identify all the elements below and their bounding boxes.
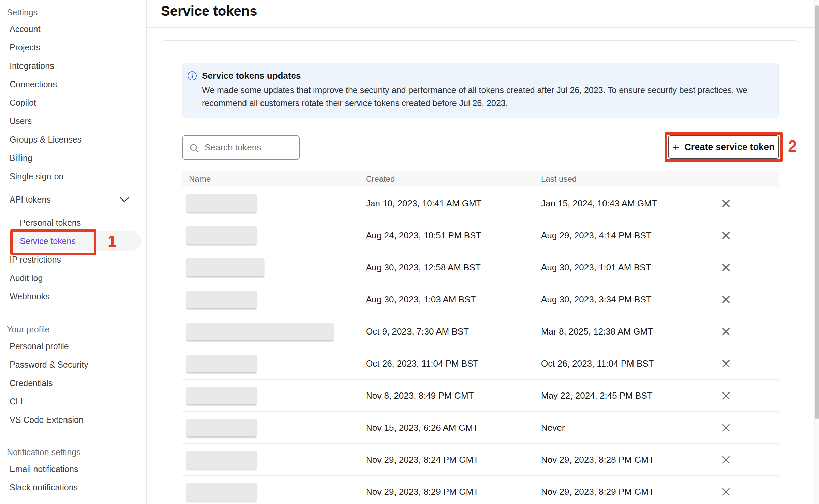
search-icon [190, 144, 199, 153]
created-cell: Aug 30, 2023, 1:03 AM BST [366, 294, 476, 305]
table-row: Nov 15, 2023, 6:26 AM GMT Never [182, 412, 779, 444]
sidebar-item-account[interactable]: Account [0, 20, 146, 38]
info-banner: i Service tokens updates We made some up… [182, 63, 779, 118]
sidebar-item-vs-code-extension[interactable]: VS Code Extension [0, 411, 146, 429]
created-cell: Jan 10, 2023, 10:41 AM GMT [366, 198, 482, 208]
delete-token-icon[interactable] [720, 486, 732, 498]
created-cell: Nov 8, 2023, 8:49 PM GMT [366, 390, 474, 401]
sidebar-item-users[interactable]: Users [0, 112, 146, 130]
service-tokens-card: i Service tokens updates We made some up… [161, 40, 799, 504]
table-row: Nov 29, 2023, 8:24 PM GMT Nov 29, 2023, … [182, 444, 779, 476]
last-used-cell: Never [541, 422, 565, 433]
redacted-token-name [186, 355, 257, 372]
sidebar-item-personal-profile[interactable]: Personal profile [0, 337, 146, 355]
page-title: Service tokens [161, 3, 257, 19]
annotation-number-2: 2 [788, 137, 797, 155]
banner-title: Service tokens updates [202, 70, 758, 81]
delete-token-icon[interactable] [720, 325, 732, 338]
table-row: Aug 24, 2023, 10:51 PM BST Aug 29, 2023,… [182, 219, 779, 251]
delete-token-icon[interactable] [720, 421, 732, 434]
last-used-cell: Mar 8, 2025, 12:38 AM GMT [541, 326, 653, 337]
create-service-token-label: Create service token [684, 142, 774, 152]
table-row: Oct 9, 2023, 7:30 AM BST Mar 8, 2025, 12… [182, 315, 779, 347]
last-used-cell: Nov 29, 2023, 8:28 PM GMT [541, 454, 654, 465]
sidebar-item-service-tokens-active[interactable]: Service tokens 1 [0, 232, 146, 250]
sidebar-item-integrations[interactable]: Integrations [0, 57, 146, 75]
last-used-cell: May 22, 2024, 2:45 PM BST [541, 390, 653, 401]
info-icon: i [188, 71, 197, 80]
created-cell: Oct 9, 2023, 7:30 AM BST [366, 326, 469, 337]
delete-token-icon[interactable] [720, 229, 732, 241]
sidebar-item-webhooks[interactable]: Webhooks [0, 287, 146, 306]
sidebar-item-service-tokens[interactable]: Service tokens [20, 236, 76, 246]
chevron-down-icon [119, 196, 130, 203]
column-header-created: Created [366, 174, 395, 184]
redacted-token-name [186, 194, 257, 212]
last-used-cell: Oct 26, 2023, 11:04 PM BST [541, 358, 654, 369]
sidebar-item-audit-log[interactable]: Audit log [0, 269, 146, 287]
sidebar-item-api-tokens-label: API tokens [10, 195, 51, 205]
table-row: Nov 29, 2023, 8:29 PM GMT Nov 29, 2023, … [182, 476, 779, 504]
annotation-number-1: 1 [108, 232, 117, 250]
sidebar-item-copilot[interactable]: Copilot [0, 93, 146, 112]
delete-token-icon[interactable] [720, 389, 732, 402]
last-used-cell: Aug 30, 2023, 3:34 PM BST [541, 294, 652, 305]
created-cell: Aug 30, 2023, 12:58 AM BST [366, 262, 481, 272]
sidebar-item-slack-notifications[interactable]: Slack notifications [0, 478, 146, 496]
search-box[interactable] [182, 135, 300, 160]
sidebar-item-connections[interactable]: Connections [0, 75, 146, 93]
created-cell: Nov 29, 2023, 8:24 PM GMT [366, 454, 479, 465]
sidebar-item-email-notifications[interactable]: Email notifications [0, 460, 146, 478]
sidebar-section-your-profile: Your profile [0, 322, 146, 337]
sidebar-item-credentials[interactable]: Credentials [0, 374, 146, 392]
sidebar-item-personal-tokens[interactable]: Personal tokens [0, 213, 146, 232]
sidebar-item-api-tokens[interactable]: API tokens [0, 190, 146, 209]
redacted-token-name [186, 419, 257, 436]
created-cell: Aug 24, 2023, 10:51 PM BST [366, 230, 481, 240]
redacted-token-name [186, 387, 257, 404]
table-row: Aug 30, 2023, 12:58 AM BST Aug 30, 2023,… [182, 251, 779, 283]
header-divider [147, 27, 814, 28]
last-used-cell: Jan 15, 2024, 10:43 AM GMT [541, 198, 657, 208]
last-used-cell: Nov 29, 2023, 8:29 PM GMT [541, 486, 654, 497]
delete-token-icon[interactable] [720, 197, 732, 209]
sidebar-section-notification-settings: Notification settings [0, 445, 146, 460]
created-cell: Nov 15, 2023, 6:26 AM GMT [366, 422, 478, 433]
sidebar-item-cli[interactable]: CLI [0, 392, 146, 411]
redacted-token-name [186, 258, 264, 276]
column-header-last-used: Last used [541, 174, 577, 184]
delete-token-icon[interactable] [720, 261, 732, 273]
delete-token-icon[interactable] [720, 454, 732, 466]
annotation-box-step2: + Create service token [665, 132, 783, 162]
redacted-token-name [186, 323, 334, 340]
redacted-token-name [186, 291, 257, 308]
plus-icon: + [672, 141, 679, 153]
table-row: Jan 10, 2023, 10:41 AM GMT Jan 15, 2024,… [182, 187, 779, 219]
sidebar-section-settings: Settings [0, 5, 146, 20]
sidebar-item-billing[interactable]: Billing [0, 149, 146, 167]
scrollbar-thumb[interactable] [815, 5, 819, 419]
banner-body: We made some updates that improve the se… [202, 84, 758, 109]
create-service-token-button[interactable]: + Create service token [668, 135, 779, 159]
sidebar-item-projects[interactable]: Projects [0, 38, 146, 57]
delete-token-icon[interactable] [720, 293, 732, 306]
table-row: Oct 26, 2023, 11:04 PM BST Oct 26, 2023,… [182, 347, 779, 380]
created-cell: Oct 26, 2023, 11:04 PM BST [366, 358, 478, 369]
last-used-cell: Aug 30, 2023, 1:01 AM BST [541, 262, 651, 272]
search-input[interactable] [205, 136, 297, 159]
redacted-token-name [186, 483, 257, 501]
scrollbar-track[interactable] [814, 0, 819, 504]
last-used-cell: Aug 29, 2023, 4:14 PM BST [541, 230, 652, 240]
table-header: Name Created Last used [182, 171, 779, 187]
redacted-token-name [186, 226, 257, 244]
column-header-name: Name [189, 174, 211, 184]
redacted-token-name [186, 451, 257, 469]
created-cell: Nov 29, 2023, 8:29 PM GMT [366, 486, 479, 497]
sidebar-item-single-sign-on[interactable]: Single sign-on [0, 167, 146, 186]
sidebar-item-groups-licenses[interactable]: Groups & Licenses [0, 130, 146, 149]
sidebar-item-password-security[interactable]: Password & Security [0, 355, 146, 374]
table-row: Nov 8, 2023, 8:49 PM GMT May 22, 2024, 2… [182, 380, 779, 412]
settings-sidebar: Settings Account Projects Integrations C… [0, 0, 147, 504]
table-row: Aug 30, 2023, 1:03 AM BST Aug 30, 2023, … [182, 283, 779, 315]
delete-token-icon[interactable] [720, 357, 732, 370]
